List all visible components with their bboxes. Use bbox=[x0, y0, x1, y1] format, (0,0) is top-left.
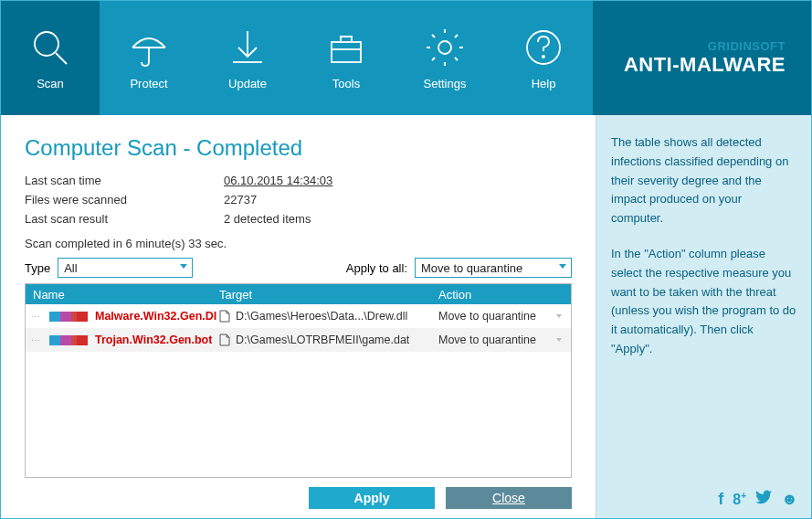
nav-label: Tools bbox=[332, 77, 360, 90]
severity-bar bbox=[49, 335, 88, 345]
files-scanned-value: 22737 bbox=[224, 193, 257, 207]
apply-all-label: Apply to all: bbox=[346, 261, 407, 275]
download-icon bbox=[226, 26, 269, 69]
toolbox-icon bbox=[324, 26, 368, 69]
row-action-dropdown[interactable]: Move to quarantine bbox=[438, 310, 571, 323]
target-path: D:\Games\Heroes\Data...\Drew.dll bbox=[236, 310, 407, 323]
scan-result-label: Last scan result bbox=[25, 212, 224, 226]
smiley-icon[interactable]: ☻ bbox=[781, 486, 798, 513]
table-row[interactable]: ⋯Malware.Win32.Gen.DID:\Games\Heroes\Dat… bbox=[26, 304, 571, 328]
content-panel: Computer Scan - Completed Last scan time… bbox=[1, 115, 596, 519]
type-dropdown-value: All bbox=[64, 261, 77, 275]
brand-company: GRIDINSOFT bbox=[708, 39, 786, 53]
help-icon bbox=[522, 26, 565, 69]
filter-row: Type All Apply to all: Move to quarantin… bbox=[25, 258, 572, 278]
caret-down-icon bbox=[556, 314, 562, 318]
svg-line-1 bbox=[56, 53, 67, 64]
last-scan-label: Last scan time bbox=[25, 174, 224, 187]
tree-marker: ⋯ bbox=[31, 312, 46, 322]
nav-tools[interactable]: Tools bbox=[297, 1, 395, 115]
button-row: Apply Close bbox=[25, 487, 572, 509]
col-target[interactable]: Target bbox=[219, 288, 438, 302]
nav-settings[interactable]: Settings bbox=[395, 1, 494, 115]
row-action-value: Move to quarantine bbox=[438, 334, 536, 346]
type-label: Type bbox=[25, 261, 50, 275]
type-dropdown[interactable]: All bbox=[58, 258, 193, 278]
row-action-value: Move to quarantine bbox=[438, 310, 536, 323]
search-icon bbox=[28, 26, 72, 69]
svg-point-10 bbox=[543, 56, 544, 58]
nav-scan[interactable]: Scan bbox=[1, 1, 100, 115]
help-sidebar: The table shows all detected infections … bbox=[596, 115, 811, 519]
table-body: ⋯Malware.Win32.Gen.DID:\Games\Heroes\Dat… bbox=[26, 304, 571, 477]
threat-name: Trojan.Win32.Gen.bot bbox=[95, 334, 212, 346]
nav-label: Help bbox=[532, 77, 556, 90]
last-scan-value[interactable]: 06.10.2015 14:34:03 bbox=[224, 174, 332, 187]
gear-icon bbox=[423, 26, 467, 69]
file-icon bbox=[219, 334, 230, 346]
svg-rect-6 bbox=[332, 42, 361, 62]
close-button[interactable]: Close bbox=[446, 487, 572, 509]
file-icon bbox=[219, 310, 230, 323]
caret-down-icon bbox=[180, 264, 187, 269]
scan-stats: Last scan time 06.10.2015 14:34:03 Files… bbox=[25, 174, 572, 231]
tree-marker: ⋯ bbox=[31, 335, 46, 345]
table-row[interactable]: ⋯Trojan.Win32.Gen.botD:\Games\LOTRBFMEII… bbox=[26, 328, 571, 352]
target-path: D:\Games\LOTRBFMEII\game.dat bbox=[236, 334, 409, 346]
table-header: Name Target Action bbox=[26, 284, 571, 304]
nav-label: Settings bbox=[424, 77, 467, 90]
nav-update[interactable]: Update bbox=[198, 1, 297, 115]
nav-label: Update bbox=[228, 77, 267, 90]
main-area: Computer Scan - Completed Last scan time… bbox=[1, 115, 811, 519]
twitter-icon[interactable] bbox=[755, 486, 772, 513]
top-toolbar: Scan Protect Update Tools Settings Help … bbox=[1, 1, 811, 115]
nav-bar: Scan Protect Update Tools Settings Help bbox=[1, 1, 593, 115]
apply-all-value: Move to quarantine bbox=[421, 261, 522, 275]
brand-product: ANTI-MALWARE bbox=[624, 53, 786, 77]
social-links: f 8+ ☻ bbox=[718, 486, 798, 513]
facebook-icon[interactable]: f bbox=[718, 486, 723, 513]
apply-all-dropdown[interactable]: Move to quarantine bbox=[415, 258, 572, 278]
googleplus-icon[interactable]: 8+ bbox=[733, 488, 746, 512]
col-name[interactable]: Name bbox=[26, 288, 219, 302]
help-text-1: The table shows all detected infections … bbox=[611, 133, 796, 228]
help-text-2: In the "Action" column please select the… bbox=[611, 245, 796, 359]
nav-protect[interactable]: Protect bbox=[100, 1, 198, 115]
svg-point-8 bbox=[438, 41, 451, 54]
scan-summary: Scan completed in 6 minute(s) 33 sec. bbox=[25, 237, 572, 250]
svg-point-0 bbox=[35, 32, 58, 56]
results-table: Name Target Action ⋯Malware.Win32.Gen.DI… bbox=[25, 283, 572, 478]
umbrella-icon bbox=[127, 26, 171, 69]
brand-area: GRIDINSOFT ANTI-MALWARE bbox=[593, 1, 811, 115]
nav-help[interactable]: Help bbox=[494, 1, 593, 115]
page-title: Computer Scan - Completed bbox=[25, 135, 572, 161]
scan-result-value: 2 detected items bbox=[224, 212, 311, 226]
threat-name: Malware.Win32.Gen.DI bbox=[95, 310, 216, 323]
row-action-dropdown[interactable]: Move to quarantine bbox=[438, 334, 571, 346]
files-scanned-label: Files were scanned bbox=[25, 193, 224, 207]
col-action[interactable]: Action bbox=[438, 288, 571, 302]
apply-button[interactable]: Apply bbox=[309, 487, 435, 509]
caret-down-icon bbox=[559, 264, 566, 269]
caret-down-icon bbox=[556, 338, 562, 342]
nav-label: Protect bbox=[130, 77, 167, 90]
severity-bar bbox=[49, 312, 88, 322]
nav-label: Scan bbox=[37, 77, 64, 90]
